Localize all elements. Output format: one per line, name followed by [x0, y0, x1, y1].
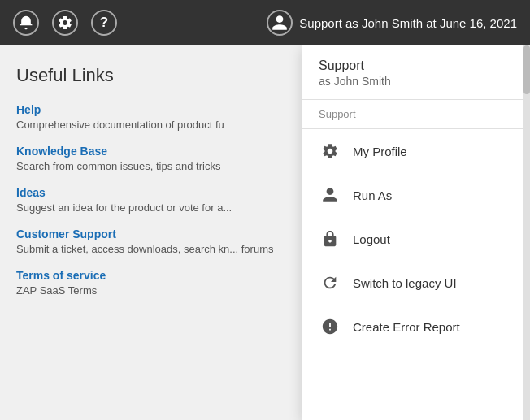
list-item: Terms of service ZAP SaaS Terms: [16, 268, 286, 297]
help-icon[interactable]: ?: [91, 10, 117, 36]
dropdown-menu: My Profile Run As Logout: [302, 129, 530, 349]
list-item: Customer Support Submit a ticket, access…: [16, 227, 286, 255]
my-profile-label: My Profile: [353, 145, 407, 158]
switch-ui-label: Switch to legacy UI: [353, 276, 457, 290]
user-dropdown: Support as John Smith Support My Profile: [302, 45, 530, 420]
tos-description: ZAP SaaS Terms: [16, 284, 286, 297]
dropdown-role: as John Smith: [319, 75, 514, 88]
support-description: Submit a ticket, access downloads, searc…: [16, 243, 286, 255]
avatar-icon[interactable]: [267, 10, 293, 36]
main-area: Useful Links Help Comprehensive document…: [0, 45, 530, 420]
logout-label: Logout: [353, 232, 390, 246]
bell-icon[interactable]: [13, 10, 39, 36]
run-as-item[interactable]: Run As: [302, 173, 530, 217]
support-link[interactable]: Customer Support: [16, 227, 116, 240]
ideas-description: Suggest an idea for the product or vote …: [16, 201, 286, 214]
help-link[interactable]: Help: [16, 103, 41, 116]
topbar: ? Support as John Smith at June 16, 2021: [0, 0, 530, 45]
topbar-title-area: Support as John Smith at June 16, 2021: [267, 10, 517, 36]
run-as-label: Run As: [353, 188, 392, 202]
kb-link[interactable]: Knowledge Base: [16, 145, 107, 158]
alert-menu-icon: [319, 315, 341, 338]
topbar-label: Support as John Smith at June 16, 2021: [299, 16, 517, 30]
refresh-menu-icon: [319, 271, 341, 294]
person-menu-icon: [319, 184, 341, 206]
logout-item[interactable]: Logout: [302, 217, 530, 261]
kb-description: Search from common issues, tips and tric…: [16, 160, 286, 172]
error-report-item[interactable]: Create Error Report: [302, 305, 530, 349]
my-profile-item[interactable]: My Profile: [302, 129, 530, 173]
list-item: Ideas Suggest an idea for the product or…: [16, 185, 286, 214]
error-report-label: Create Error Report: [353, 320, 460, 334]
useful-links-title: Useful Links: [16, 65, 286, 86]
left-panel: Useful Links Help Comprehensive document…: [0, 45, 302, 420]
scrollbar-track[interactable]: [523, 45, 530, 420]
gear-menu-icon: [319, 140, 341, 162]
dropdown-subheader: Support: [302, 100, 530, 129]
list-item: Knowledge Base Search from common issues…: [16, 144, 286, 172]
dropdown-username: Support: [319, 58, 514, 73]
switch-ui-item[interactable]: Switch to legacy UI: [302, 261, 530, 305]
ideas-link[interactable]: Ideas: [16, 186, 46, 199]
help-description: Comprehensive documentation of product f…: [16, 119, 286, 131]
dropdown-header: Support as John Smith: [302, 45, 530, 100]
scrollbar-thumb[interactable]: [523, 45, 530, 94]
settings-icon[interactable]: [52, 10, 78, 36]
tos-link[interactable]: Terms of service: [16, 269, 106, 282]
lock-menu-icon: [319, 227, 341, 250]
list-item: Help Comprehensive documentation of prod…: [16, 102, 286, 131]
